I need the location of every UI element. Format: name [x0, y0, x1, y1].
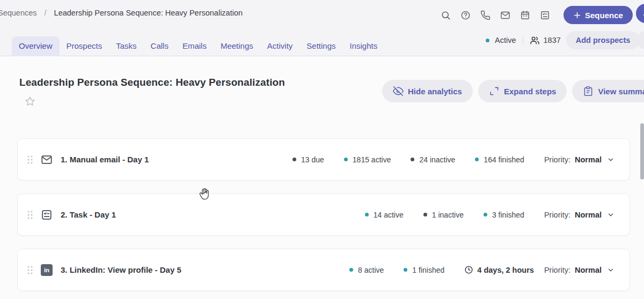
email-step-icon — [40, 153, 53, 166]
stat-dot — [423, 213, 427, 216]
priority-value: Normal — [575, 266, 602, 274]
stat-dot — [344, 158, 348, 161]
breadcrumb: Sequences / Leadership Persona Sequence:… — [0, 9, 243, 17]
priority-value: Normal — [575, 155, 602, 164]
stat-dot — [484, 213, 487, 216]
expand-steps-button[interactable]: Expand steps — [478, 80, 567, 102]
priority-label: Priority: — [544, 155, 570, 164]
priority-label: Priority: — [544, 211, 570, 219]
vertical-scrollbar[interactable] — [640, 123, 644, 180]
step-title: 1. Manual email - Day 1 — [61, 155, 149, 164]
breadcrumb-separator: / — [45, 9, 47, 17]
stat-finished: 3 finished — [484, 211, 524, 219]
hide-analytics-button[interactable]: Hide analytics — [382, 80, 473, 102]
search-icon[interactable] — [439, 9, 452, 21]
breadcrumb-current-page: Leadership Persona Sequence: Heavy Perso… — [54, 9, 243, 17]
stat-inactive: 1 inactive — [423, 211, 464, 219]
prospect-count-value: 1837 — [544, 36, 561, 44]
breadcrumb-sequences-link[interactable]: Sequences — [0, 9, 37, 17]
chevron-down-icon — [607, 156, 614, 163]
tab-bar: Overview Prospects Tasks Calls Emails Me… — [12, 36, 384, 56]
priority-label: Priority: — [544, 266, 570, 274]
stat-dot — [292, 158, 296, 161]
tab-insights[interactable]: Insights — [343, 36, 385, 56]
chevron-down-icon — [607, 266, 614, 274]
eye-off-icon — [393, 86, 404, 96]
tab-prospects[interactable]: Prospects — [60, 36, 109, 56]
stat-inactive: 24 inactive — [411, 155, 455, 164]
add-prospects-button[interactable]: Add prospects — [566, 31, 640, 49]
page-action-buttons: Hide analytics Expand steps View summary — [382, 80, 644, 102]
top-bar: Sequences / Leadership Persona Sequence:… — [0, 0, 644, 56]
tab-settings[interactable]: Settings — [299, 36, 342, 56]
tab-overview[interactable]: Overview — [12, 36, 60, 56]
clock-icon — [464, 265, 473, 274]
phone-icon[interactable] — [479, 9, 492, 21]
stat-dot — [365, 213, 369, 216]
priority-dropdown[interactable]: Priority: Normal — [544, 266, 614, 274]
priority-dropdown[interactable]: Priority: Normal — [544, 155, 614, 164]
help-icon[interactable] — [459, 9, 472, 21]
step-duration: 4 days, 2 hours — [464, 265, 534, 274]
view-summary-button[interactable]: View summary — [572, 80, 644, 102]
active-status-dot — [486, 39, 489, 42]
clipboard-icon — [583, 86, 594, 96]
step-title: 3. LinkedIn: View profile - Day 5 — [61, 265, 181, 274]
divider — [523, 36, 523, 44]
drag-handle-icon[interactable] — [26, 265, 34, 275]
tab-tasks[interactable]: Tasks — [109, 36, 143, 56]
mail-icon[interactable] — [499, 9, 511, 21]
tasks-icon[interactable] — [538, 9, 551, 21]
tab-meetings[interactable]: Meetings — [214, 36, 260, 56]
tab-emails[interactable]: Emails — [175, 36, 214, 56]
stat-dot — [404, 268, 407, 272]
step-card-3[interactable]: in 3. LinkedIn: View profile - Day 5 8 a… — [17, 249, 630, 291]
new-sequence-label: Sequence — [585, 11, 623, 20]
active-status-label: Active — [495, 36, 516, 44]
drag-handle-icon[interactable] — [26, 154, 34, 165]
people-icon — [530, 35, 540, 46]
hide-analytics-label: Hide analytics — [408, 87, 462, 96]
stat-dot — [349, 268, 353, 272]
stat-finished: 1 finished — [404, 266, 444, 274]
step-title: 2. Task - Day 1 — [61, 210, 116, 219]
favorite-star-icon[interactable] — [25, 96, 35, 107]
linkedin-step-icon: in — [40, 264, 53, 276]
calendar-icon[interactable] — [518, 9, 531, 21]
tab-activity[interactable]: Activity — [260, 36, 300, 56]
view-summary-label: View summary — [598, 87, 644, 96]
tab-calls[interactable]: Calls — [144, 36, 175, 56]
expand-icon — [489, 86, 500, 96]
header-icon-group: Sequence — [439, 6, 633, 24]
step-stats: 8 active 1 finished 4 days, 2 hours Prio… — [349, 265, 614, 274]
expand-steps-label: Expand steps — [504, 87, 557, 96]
task-step-icon — [40, 208, 53, 221]
step-stats: 14 active 1 inactive 3 finished Priority… — [365, 211, 614, 219]
step-card-2[interactable]: 2. Task - Day 1 14 active 1 inactive 3 f… — [17, 193, 630, 236]
stat-active: 8 active — [349, 266, 384, 274]
step-card-1[interactable]: 1. Manual email - Day 1 13 due 1815 acti… — [17, 138, 630, 181]
page-title: Leadership Persona Sequence: Heavy Perso… — [19, 77, 285, 88]
stat-active: 14 active — [365, 211, 404, 219]
stat-dot — [475, 158, 479, 161]
stat-due: 13 due — [292, 155, 324, 164]
step-stats: 13 due 1815 active 24 inactive 164 finis… — [292, 155, 614, 164]
avatar-badge[interactable]: 4 — [636, 4, 644, 23]
stat-active: 1815 active — [344, 155, 391, 164]
priority-dropdown[interactable]: Priority: Normal — [544, 211, 614, 219]
sequence-status-bar: Active 1837 Add prospects — [486, 31, 640, 49]
priority-value: Normal — [575, 211, 602, 219]
prospect-count: 1837 — [530, 35, 561, 46]
plus-icon — [573, 11, 581, 19]
chevron-down-icon — [607, 211, 614, 219]
new-sequence-button[interactable]: Sequence — [564, 6, 633, 24]
stat-dot — [411, 158, 414, 161]
drag-handle-icon[interactable] — [26, 210, 34, 220]
stat-finished: 164 finished — [475, 155, 524, 164]
